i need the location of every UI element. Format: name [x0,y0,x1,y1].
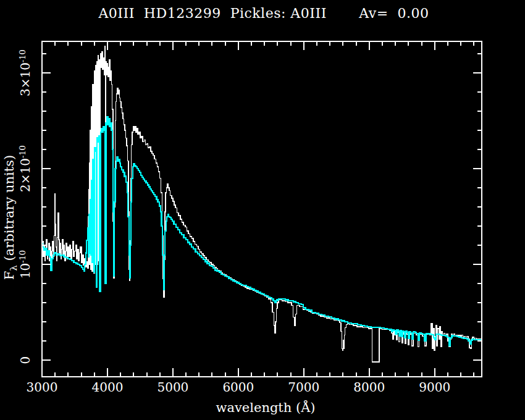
y-tick-label: 3×10-10 [18,49,33,96]
x-tick-label: 8000 [353,380,385,395]
x-tick-label: 5000 [157,380,188,395]
spectrum-chart: A0III HD123299 Pickles: A0III Av= 0.00 3… [0,0,525,420]
y-axis-title: Fλ (arbitrary units) [2,155,19,280]
y-tick-label: 10-10 [18,250,33,279]
series-line-pickles-a0iii [42,117,482,345]
y-axis-title-rest: (arbitrary units) [2,155,17,265]
series-line-hd123299 [42,46,482,362]
y-axis-title-subscript: λ [8,265,19,271]
x-tick-label: 3000 [27,380,58,395]
x-axis-title: wavelength (Å) [216,400,315,415]
spectral-plot-window: A0III HD123299 Pickles: A0III Av= 0.00 3… [0,0,525,420]
series-layer [42,46,482,362]
y-axis-title-main: F [2,271,17,280]
x-tick-label: 4000 [91,380,123,395]
y-tick-label: 2×10-10 [18,145,33,192]
x-tick-label: 7000 [288,380,319,395]
x-tick-label: 6000 [222,380,254,395]
chart-title: A0III HD123299 Pickles: A0III Av= 0.00 [98,6,429,21]
x-tick-label: 9000 [419,380,450,395]
plot-frame [42,41,482,377]
y-tick-label: 0 [18,356,33,364]
